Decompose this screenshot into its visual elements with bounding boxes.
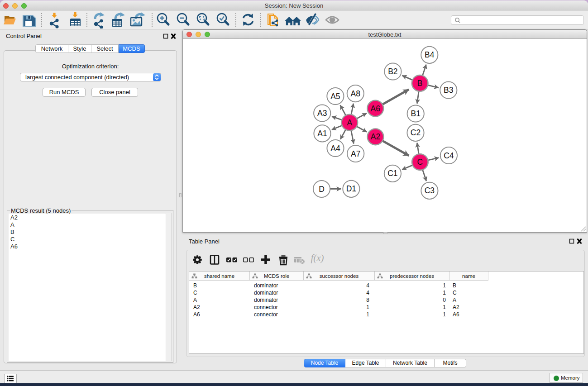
svg-text:A3: A3 — [317, 109, 327, 118]
svg-text:B1: B1 — [411, 109, 420, 118]
svg-text:A7: A7 — [351, 149, 360, 158]
svg-text:A6: A6 — [371, 104, 380, 113]
svg-text:D: D — [319, 185, 325, 194]
svg-text:A4: A4 — [330, 144, 340, 153]
svg-text:C4: C4 — [444, 151, 454, 160]
svg-text:B3: B3 — [444, 86, 453, 95]
svg-text:A1: A1 — [317, 129, 327, 138]
svg-text:B: B — [417, 79, 423, 88]
svg-text:B4: B4 — [425, 50, 435, 59]
svg-text:A8: A8 — [351, 89, 360, 98]
svg-text:A5: A5 — [330, 92, 340, 101]
svg-text:B2: B2 — [388, 67, 397, 76]
svg-text:C1: C1 — [387, 169, 397, 178]
svg-text:C3: C3 — [425, 186, 435, 195]
svg-text:D1: D1 — [346, 184, 356, 193]
svg-text:A2: A2 — [371, 132, 380, 141]
svg-text:C: C — [417, 157, 423, 167]
svg-text:C2: C2 — [411, 128, 421, 137]
svg-text:A: A — [347, 118, 352, 127]
